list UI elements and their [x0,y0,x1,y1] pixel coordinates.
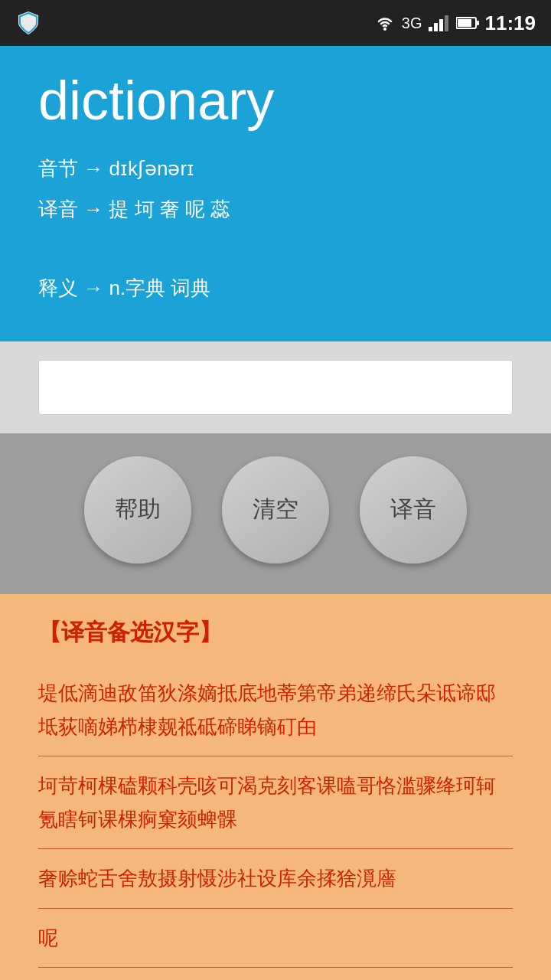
svg-rect-7 [477,21,479,25]
result-text-1: 堤低滴迪敌笛狄涤嫡抵底地蒂第帝弟递缔氏朵诋谛邸坻荻嘀娣栉棣觌祗砥碲睇镝矴甶 [38,676,513,743]
results-title: 【译音备选汉字】 [38,617,513,648]
result-group-1: 堤低滴迪敌笛狄涤嫡抵底地蒂第帝弟递缔氏朵诋谛邸坻荻嘀娣栉棣觌祗砥碲睇镝矴甶 [38,664,513,756]
phonetic-button[interactable]: 译音 [360,456,467,564]
definition-value: n.字典 词典 [109,276,210,299]
status-right-icons: 3G 11:19 [374,11,536,35]
result-group-2: 坷苛柯棵磕颗科壳咳可渴克刻客课嗑哥恪滥骤绛珂轲氪瞎钶课棵痾窠颏蜱髁 [38,756,513,849]
status-time: 11:19 [485,11,536,35]
status-left-icons [15,10,41,36]
word-title: dictionary [38,69,513,132]
word-details: 音节 → dɪkʃənərɪ 译音 → 提 坷 奢 呢 蕊 释义 → n.字典 … [38,150,513,308]
syllable-value: dɪkʃənərɪ [109,157,194,180]
result-group-3: 奢赊蛇舌舍敖摄射慑涉社设库余揉猞漞廧 [38,849,513,908]
transliteration-label: 译音 → [38,198,103,220]
result-group-5: 蕊瑞锐芮蕤枘睿蚋 [38,968,513,980]
svg-rect-2 [434,23,438,31]
definition-label: 释义 → [38,276,103,299]
result-text-2: 坷苛柯棵磕颗科壳咳可渴克刻客课嗑哥恪滥骤绛珂轲氪瞎钶课棵痾窠颏蜱髁 [38,769,513,836]
status-bar: 3G 11:19 [0,0,551,46]
syllable-label: 音节 → [38,157,103,180]
buttons-area: 帮助 清空 译音 [0,433,551,594]
search-area [0,341,551,433]
result-group-4: 呢 [38,909,513,968]
result-text-3: 奢赊蛇舌舍敖摄射慑涉社设库余揉猞漞廧 [38,861,513,895]
result-text-4: 呢 [38,921,513,955]
svg-rect-6 [458,19,471,27]
network-label: 3G [402,15,422,32]
signal-icon [429,15,450,31]
shield-icon [15,10,41,36]
header-section: dictionary 音节 → dɪkʃənərɪ 译音 → 提 坷 奢 呢 蕊… [0,46,551,341]
transliteration-row: 译音 → 提 坷 奢 呢 蕊 [38,191,513,228]
clear-button[interactable]: 清空 [222,456,329,564]
search-input[interactable] [38,360,513,415]
help-button[interactable]: 帮助 [84,456,191,564]
transliteration-value: 提 坷 奢 呢 蕊 [109,198,230,220]
svg-rect-3 [439,19,443,31]
results-area: 【译音备选汉字】 堤低滴迪敌笛狄涤嫡抵底地蒂第帝弟递缔氏朵诋谛邸坻荻嘀娣栉棣觌祗… [0,594,551,980]
svg-rect-1 [429,27,432,31]
svg-point-0 [383,28,386,31]
wifi-icon [374,15,396,31]
definition-row: 释义 → n.字典 词典 [38,270,513,307]
svg-rect-4 [445,15,448,31]
syllable-row: 音节 → dɪkʃənərɪ [38,150,513,188]
battery-icon [456,15,479,31]
